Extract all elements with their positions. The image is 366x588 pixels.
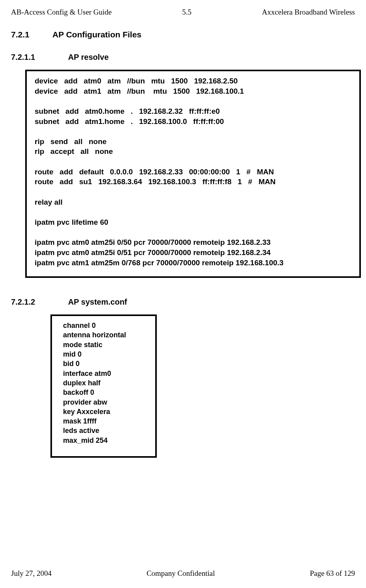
section-title: AP resolve	[68, 53, 109, 61]
section-title: AP Configuration Files	[52, 30, 141, 39]
section-title: AP system.conf	[68, 298, 127, 306]
footer-date: July 27, 2004	[11, 569, 52, 578]
ap-resolve-config-box: device add atm0 atm //bun mtu 1500 192.1…	[25, 70, 361, 278]
page-header: AB-Access Config & User Guide 5.5 Axxcel…	[11, 8, 355, 17]
page-footer: July 27, 2004 Company Confidential Page …	[11, 569, 355, 578]
section-number: 7.2.1.1	[11, 53, 66, 62]
section-7-2-1-heading: 7.2.1 AP Configuration Files	[11, 30, 355, 39]
header-version: 5.5	[182, 8, 191, 17]
footer-page-number: Page 63 of 129	[310, 569, 355, 578]
section-7-2-1-1-heading: 7.2.1.1 AP resolve	[11, 53, 355, 62]
section-7-2-1-2-heading: 7.2.1.2 AP system.conf	[11, 298, 355, 307]
header-right: Axxcelera Broadband Wireless	[262, 8, 355, 17]
footer-confidential: Company Confidential	[147, 569, 215, 578]
ap-system-conf-box: channel 0 antenna horizontal mode static…	[50, 314, 157, 458]
section-number: 7.2.1.2	[11, 298, 66, 307]
document-page: AB-Access Config & User Guide 5.5 Axxcel…	[0, 0, 366, 588]
section-number: 7.2.1	[11, 30, 50, 39]
header-left: AB-Access Config & User Guide	[11, 8, 111, 17]
